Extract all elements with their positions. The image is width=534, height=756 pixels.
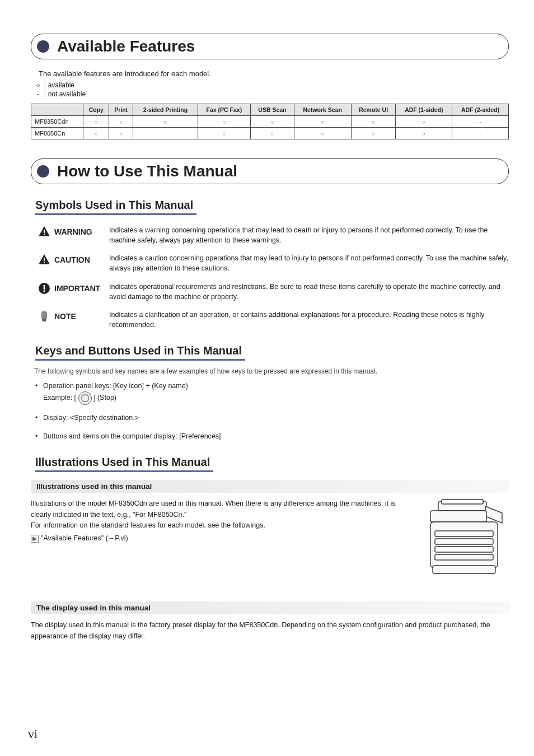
feature-cell: ○ — [109, 128, 133, 139]
feature-cell: ○ — [294, 116, 351, 128]
important-icon — [38, 282, 51, 295]
feature-cell: ○ — [251, 128, 294, 139]
symbols-block: WARNINGIndicates a warning concerning op… — [31, 225, 509, 330]
symbol-description: Indicates operational requirements and r… — [109, 282, 509, 302]
keys-intro: The following symbols and key names are … — [34, 367, 509, 375]
feature-cell: - — [452, 116, 509, 128]
table-header: USB Scan — [251, 104, 294, 116]
table-header: Remote UI — [351, 104, 396, 116]
symbol-label-text: CAUTION — [54, 255, 90, 264]
section-header-how-to-use: How to Use This Manual — [31, 158, 509, 184]
key-example-suffix: ] (Stop) — [93, 394, 116, 402]
symbol-row: IMPORTANTIndicates operational requireme… — [31, 282, 509, 302]
subsection-title: Symbols Used in This Manual — [35, 199, 196, 215]
symbol-label: IMPORTANT — [31, 282, 109, 295]
symbol-row: NOTEIndicates a clarification of an oper… — [31, 310, 509, 330]
subsection-title: Keys and Buttons Used in This Manual — [35, 344, 245, 361]
symbol-description: Indicates a clarification of an operatio… — [109, 310, 509, 330]
table-header: Print — [109, 104, 133, 116]
svg-rect-3 — [44, 262, 45, 263]
feature-cell: ○ — [294, 128, 351, 139]
feature-cell: ○ — [83, 128, 109, 139]
printer-illustration — [419, 498, 509, 585]
svg-rect-12 — [430, 511, 486, 522]
bullet-dot-icon — [37, 165, 49, 178]
table-header: 2-sided Printing — [133, 104, 198, 116]
features-table: CopyPrint2-sided PrintingFax (PC Fax)USB… — [31, 104, 509, 139]
symbol-row: CAUTIONIndicates a caution concerning op… — [31, 253, 509, 273]
list-item: Buttons and items on the computer displa… — [43, 431, 509, 442]
display-note: The display used in this manual is the f… — [31, 620, 509, 642]
section-header-available-features: Available Features — [31, 34, 509, 59]
symbol-label-text: WARNING — [54, 227, 92, 236]
note-icon — [38, 310, 51, 323]
symbol-label: WARNING — [31, 225, 109, 239]
illus-text: Illustrations of the model MF8350Cdn are… — [31, 498, 419, 544]
svg-rect-6 — [44, 290, 45, 292]
svg-rect-16 — [435, 547, 493, 552]
illus-box1-title: Illustrations used in this manual — [31, 480, 509, 493]
bullet-dot-icon — [37, 40, 49, 53]
model-cell: MF8350Cdn — [31, 116, 83, 128]
table-header — [31, 104, 83, 116]
stop-icon — [78, 391, 92, 405]
section-title: Available Features — [57, 38, 195, 55]
feature-cell: - — [133, 128, 198, 139]
svg-rect-2 — [44, 258, 45, 261]
svg-rect-8 — [43, 319, 46, 321]
subsection-symbols: Symbols Used in This Manual — [31, 199, 509, 215]
legend-available-symbol: ○ — [34, 81, 42, 89]
subsection-keys: Keys and Buttons Used in This Manual — [31, 344, 509, 361]
svg-rect-5 — [44, 285, 45, 290]
key-item-line1: Operation panel keys: [Key icon] + (Key … — [43, 382, 188, 390]
table-header: Network Scan — [294, 104, 351, 116]
list-item: Operation panel keys: [Key icon] + (Key … — [43, 381, 509, 405]
table-header: Copy — [83, 104, 109, 116]
subsection-illustrations: Illustrations Used in This Manual — [31, 456, 509, 472]
feature-cell: ○ — [198, 116, 251, 128]
keys-list: Operation panel keys: [Key icon] + (Key … — [43, 381, 509, 441]
symbol-label: NOTE — [31, 310, 109, 323]
legend-na-symbol: - — [34, 90, 42, 98]
section-title: How to Use This Manual — [57, 162, 237, 180]
svg-rect-11 — [442, 500, 483, 504]
svg-rect-18 — [433, 566, 495, 573]
illus-paragraph: For information on the standard features… — [31, 520, 411, 531]
warning-icon — [38, 225, 51, 239]
svg-rect-0 — [44, 230, 45, 233]
page-number: vi — [28, 727, 38, 741]
list-item: Display: <Specify destination.> — [43, 413, 509, 423]
svg-rect-7 — [41, 311, 47, 319]
table-row: MF8350Cdn○○○○○○○○- — [31, 116, 509, 128]
symbol-description: Indicates a warning concerning operation… — [109, 225, 509, 245]
legend-na-text: : not available — [44, 90, 86, 98]
svg-rect-15 — [435, 539, 493, 544]
table-row: MF8050Cn○○-○○○○○- — [31, 128, 509, 139]
feature-cell: ○ — [351, 128, 396, 139]
model-cell: MF8050Cn — [31, 128, 83, 139]
crossref: ▶ "Available Features" (→P.vi) — [31, 533, 128, 544]
symbol-row: WARNINGIndicates a warning concerning op… — [31, 225, 509, 245]
symbol-description: Indicates a caution concerning operation… — [109, 253, 509, 273]
subsection-title: Illustrations Used in This Manual — [35, 456, 213, 472]
legend: ○ : available - : not available — [34, 81, 509, 98]
features-intro: The available features are introduced fo… — [39, 69, 509, 78]
table-header: ADF (2-sided) — [452, 104, 509, 116]
feature-cell: ○ — [351, 116, 396, 128]
crossref-arrow-icon: ▶ — [31, 535, 39, 543]
symbol-label-text: IMPORTANT — [54, 284, 100, 293]
feature-cell: ○ — [198, 128, 251, 139]
legend-available-text: : available — [44, 81, 74, 89]
feature-cell: ○ — [396, 128, 452, 139]
caution-icon — [38, 253, 51, 267]
svg-rect-13 — [430, 522, 498, 568]
table-header: Fax (PC Fax) — [198, 104, 251, 116]
svg-marker-9 — [82, 395, 88, 402]
symbol-label-text: NOTE — [54, 312, 76, 321]
feature-cell: ○ — [83, 116, 109, 128]
feature-cell: ○ — [251, 116, 294, 128]
key-example-prefix: Example: [ — [43, 394, 78, 402]
crossref-text: "Available Features" (→P.vi) — [41, 533, 128, 544]
symbol-label: CAUTION — [31, 253, 109, 267]
feature-cell: ○ — [396, 116, 452, 128]
